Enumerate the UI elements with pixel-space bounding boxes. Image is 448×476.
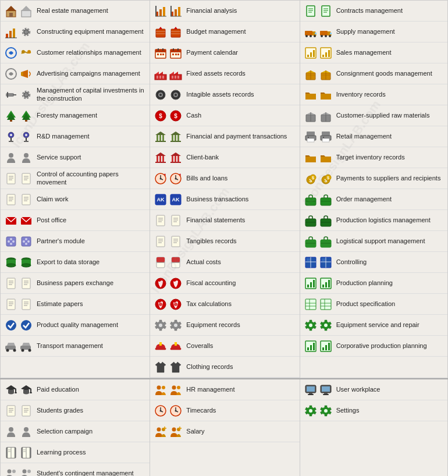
primary-icon [154,404,168,418]
list-item[interactable]: Corporative production planning [300,336,447,357]
secondary-icon [169,339,183,353]
item-icons [154,235,184,248]
list-item[interactable]: Inventory records [300,84,447,105]
primary-icon [4,151,18,165]
list-item[interactable]: Fixed assets records [150,63,299,84]
item-icons: AKAK [154,193,184,207]
list-item[interactable]: Retail management [300,126,447,147]
svg-rect-309 [305,299,316,310]
svg-point-238 [329,35,331,37]
list-item[interactable]: Settings [300,400,447,421]
primary-icon [154,297,168,311]
item-label: Transport management [34,342,103,350]
primary-icon [154,255,168,269]
list-item[interactable]: Control of accounting papers movement [1,168,150,189]
list-item[interactable]: Actual costs [150,252,299,273]
svg-rect-326 [328,343,330,350]
primary-icon [154,172,168,186]
svg-rect-265 [307,138,314,142]
svg-rect-18 [7,92,8,98]
list-item[interactable]: Financial and payment transactions [150,126,299,147]
list-item[interactable]: $$$$Payments to suppliers and recipients [300,168,447,189]
secondary-icon [319,297,333,311]
list-item[interactable]: $$Cash [150,105,299,126]
list-item[interactable]: Paid education [1,379,150,400]
svg-point-356 [27,470,31,473]
list-item[interactable]: Product quality management [1,315,150,336]
list-item[interactable]: Production planning [300,273,447,294]
svg-rect-134 [162,76,164,79]
list-item[interactable]: Financial analysis [150,1,299,22]
svg-rect-219 [307,6,315,16]
list-item[interactable]: Order management [300,189,447,210]
list-item[interactable]: Production logistics management [300,210,447,231]
item-icons [154,46,184,60]
list-item[interactable]: Client-bank [150,147,299,168]
svg-rect-75 [22,278,30,289]
list-item[interactable]: Customer relationships management [1,42,150,63]
svg-marker-151 [155,132,166,135]
list-item[interactable]: Timecards [150,400,299,421]
list-item[interactable]: AKAKBusiness transactions [150,189,299,210]
list-item[interactable]: Constructing equipment management [1,22,150,42]
list-item[interactable]: Tangibles records [150,231,299,252]
list-item[interactable]: Tax calculations [150,294,299,315]
list-item[interactable]: Controlling [300,252,447,273]
list-item[interactable]: Export to data storage [1,252,150,273]
item-label: Supply management [334,28,395,35]
list-item[interactable]: Consignment goods management [300,63,447,84]
list-item[interactable]: Sales management [300,42,447,63]
svg-marker-327 [6,385,16,390]
item-icons [304,46,334,60]
list-item[interactable]: Payment calendar [150,42,299,63]
list-item[interactable]: Coveralls [150,336,299,357]
svg-point-369 [157,427,161,431]
list-item[interactable]: User workplace [300,379,447,400]
item-label: Inventory records [334,91,386,98]
list-item[interactable]: Logistical support management [300,231,447,252]
list-item[interactable]: Equipment records [150,315,299,336]
list-item[interactable]: Foresty management [1,105,150,126]
list-item[interactable]: Management of capital investments in the… [1,84,150,105]
list-item[interactable]: Bills and loans [150,168,299,189]
list-item[interactable]: Clothing records [150,357,299,378]
item-label: Advertising campaigns management [34,70,140,77]
item-label: Production logistics management [334,216,431,224]
svg-point-368 [175,410,177,411]
svg-marker-90 [7,343,15,346]
list-item[interactable]: Advertising campaigns management [1,63,150,84]
list-item[interactable]: Supply management [300,22,447,42]
list-item[interactable]: Business papers exchange [1,273,150,294]
list-item[interactable]: Salary [150,421,299,442]
list-item[interactable]: Product specification [300,294,447,315]
list-item[interactable]: Contracts management [300,1,447,22]
list-item[interactable]: Financial statements [150,210,299,231]
item-label: Foresty management [34,112,97,119]
list-item[interactable]: Students grades [1,400,150,421]
list-item[interactable]: Fiscal accounting [150,273,299,294]
list-item[interactable]: Claim work [1,189,150,210]
item-label: Equipment service and repair [334,321,419,329]
list-item[interactable]: Intagible assets records [150,84,299,105]
svg-rect-223 [322,6,330,16]
list-item[interactable]: Learning process [1,442,150,463]
list-item[interactable]: Service support [1,147,150,168]
list-item[interactable]: HR management [150,379,299,400]
list-item[interactable]: Student's contingent management [1,463,150,476]
list-item[interactable]: Estimate papers [1,294,150,315]
list-item[interactable]: Selection campaign [1,421,150,442]
svg-rect-266 [308,137,309,138]
list-item[interactable]: Transport management [1,336,150,357]
secondary-icon [319,318,333,332]
list-item[interactable]: Equipment service and repair [300,315,447,336]
svg-rect-300 [322,258,325,261]
list-item[interactable]: R&D management [1,126,150,147]
svg-point-36 [24,153,29,158]
list-item[interactable]: Real estate management [1,1,150,22]
list-item[interactable]: Partner's module [1,231,150,252]
list-item[interactable]: Post office [1,210,150,231]
list-item[interactable]: Customer-supplied raw materials [300,105,447,126]
list-item[interactable]: Budget management [150,22,299,42]
list-item[interactable]: Target inventory records [300,147,447,168]
svg-point-174 [160,177,162,179]
